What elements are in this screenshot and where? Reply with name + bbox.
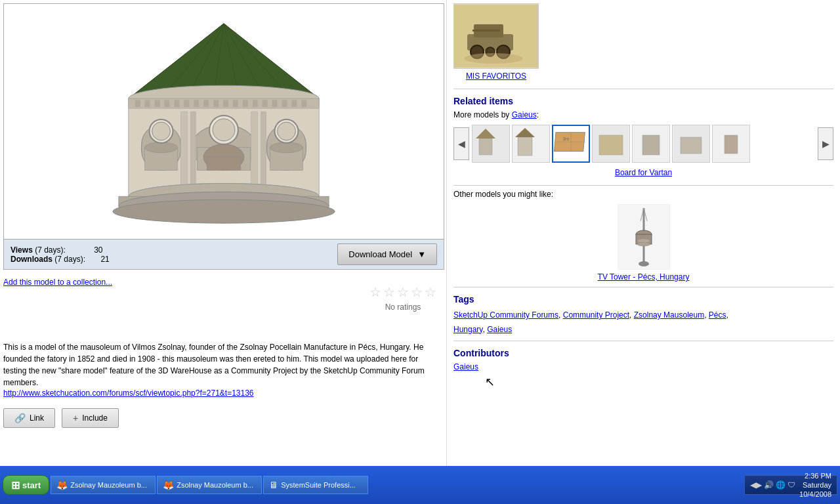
star-5[interactable]: ☆ [425,284,436,300]
suggested-model-link[interactable]: TV Tower - Pécs, Hungary [598,272,690,282]
downloads-period: (7 days): [54,255,85,264]
svg-rect-38 [207,158,241,171]
svg-rect-80 [724,135,738,154]
tag-zsolnay-mausoleum[interactable]: Zsolnay Mausoleum [634,310,704,320]
divider-4 [453,341,833,341]
svg-rect-20 [213,100,219,107]
svg-rect-16 [174,100,179,107]
svg-point-87 [639,261,649,266]
system-clock: 2:36 PM Saturday 10/4/2008 [799,471,831,499]
tag-sketchup-community[interactable]: SketchUp Community Forums [453,310,558,320]
taskbar-item-3[interactable]: 🖥 SystemSuite Professi... [263,476,368,494]
svg-rect-12 [135,100,140,107]
favoritos-link[interactable]: MIS FAVORITOS [453,72,539,81]
tag-pecs[interactable]: Pécs [709,310,726,320]
link-button[interactable]: 🔗 Link [3,408,55,428]
star-2[interactable]: ☆ [383,284,395,300]
rating-section: ☆ ☆ ☆ ☆ ☆ No ratings [369,284,436,312]
svg-rect-74 [599,135,623,155]
firefox-icon-1: 🦊 [56,480,68,490]
svg-point-89 [637,242,650,246]
tag-hungary[interactable]: Hungary [453,325,482,334]
svg-point-32 [145,142,178,153]
tags-title: Tags [453,294,833,304]
tags-list: SketchUp Community Forums, Community Pro… [453,308,833,337]
divider-2 [453,185,833,186]
svg-rect-63 [479,138,492,155]
svg-rect-60 [472,30,500,32]
svg-point-40 [213,119,235,141]
carousel-item-5[interactable] [632,125,670,163]
systemsuite-icon: 🖥 [269,480,278,490]
dropdown-arrow-icon: ▼ [417,249,426,259]
star-4[interactable]: ☆ [411,284,423,300]
tag-community-project[interactable]: Community Project [563,310,629,320]
board-link[interactable]: Board for Vartan [453,168,833,177]
carousel-items: 3ro [472,125,815,163]
start-button[interactable]: ⊞ start [3,475,49,495]
tray-icon-4[interactable]: 🛡 [788,480,795,490]
carousel-item-2[interactable] [512,125,550,163]
svg-rect-25 [262,100,268,107]
suggested-model-image[interactable] [618,204,670,270]
star-rating[interactable]: ☆ ☆ ☆ ☆ ☆ [369,284,436,300]
carousel-prev-button[interactable]: ◀ [453,127,469,160]
svg-rect-23 [243,100,248,107]
carousel-next-button[interactable]: ▶ [818,127,833,160]
svg-rect-46 [180,112,187,196]
contributor-gaieus[interactable]: Gaieus [453,362,833,371]
svg-rect-14 [155,100,160,107]
model-carousel: ◀ [453,125,833,163]
firefox-icon-2: 🦊 [163,480,174,490]
windows-logo-icon: ⊞ [11,479,20,492]
tray-icon-1[interactable]: ◀▶ [750,480,762,490]
related-items-title: Related items [453,96,833,106]
carousel-item-4[interactable] [592,125,630,163]
carousel-item-3[interactable]: 3ro [552,125,590,163]
svg-rect-28 [291,100,297,107]
taskbar: ⊞ start 🦊 Zsolnay Mauzoleum b... 🦊 Zsoln… [0,466,840,504]
downloads-label: Downloads [10,255,52,264]
views-period: (7 days): [35,245,66,255]
plus-icon: + [73,413,78,423]
more-by-text: More models by Gaieus: [453,110,833,119]
suggested-model: TV Tower - Pécs, Hungary [453,204,833,282]
svg-rect-66 [518,137,532,156]
favoritos-section: MIS FAVORITOS [453,3,833,81]
views-value: 30 [94,245,102,255]
svg-rect-19 [203,100,209,107]
download-model-button[interactable]: Download Model ▼ [337,243,437,265]
tray-icon-3[interactable]: 🌐 [776,480,786,490]
svg-rect-26 [272,100,278,107]
svg-rect-29 [301,100,306,107]
add-to-collection-link[interactable]: Add this model to a collection... [3,278,112,287]
stats-bar: Views (7 days): 30 Downloads (7 days): 2… [3,240,444,270]
svg-rect-24 [253,100,258,107]
taskbar-item-2[interactable]: 🦊 Zsolnay Mauzoleum b... [157,476,262,494]
carousel-item-1[interactable] [472,125,510,163]
no-ratings-text: No ratings [385,303,421,312]
views-label: Views [10,245,33,255]
taskbar-item-1[interactable]: 🦊 Zsolnay Mauzoleum b... [51,476,156,494]
link-icon: 🔗 [14,413,26,423]
svg-rect-21 [223,100,228,107]
svg-point-61 [464,53,523,64]
right-panel: MIS FAVORITOS Related items More models … [446,0,840,466]
carousel-item-7[interactable] [712,125,750,163]
tray-icon-2[interactable]: 🔊 [764,480,774,490]
author-link[interactable]: Gaieus [512,110,537,119]
model-description: This is a model of the mausoleum of Vilm… [3,341,443,388]
svg-text:3ro: 3ro [562,136,569,141]
include-button[interactable]: + Include [62,408,119,428]
forum-link[interactable]: http://www.sketchucation.com/forums/scf/… [3,388,254,398]
star-1[interactable]: ☆ [369,284,381,300]
svg-rect-13 [145,100,150,107]
carousel-item-6[interactable] [672,125,710,163]
star-3[interactable]: ☆ [397,284,409,300]
tag-gaieus[interactable]: Gaieus [487,325,512,334]
svg-rect-49 [261,112,266,196]
model-viewer [3,3,444,240]
action-buttons: 🔗 Link + Include [3,408,443,428]
cursor-indicator: ↖ [485,375,495,389]
svg-point-53 [113,200,335,223]
